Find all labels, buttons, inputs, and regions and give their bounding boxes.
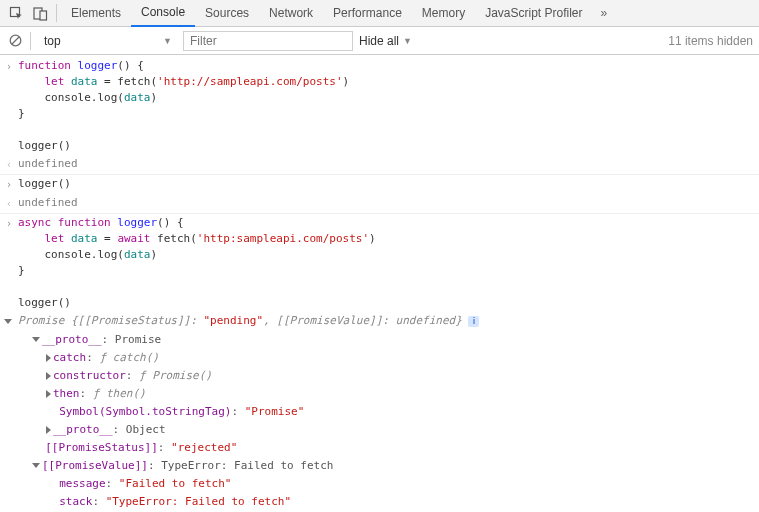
object-property: Symbol(Symbol.toStringTag): "Promise"	[18, 404, 759, 420]
expand-toggle[interactable]	[46, 426, 51, 434]
context-value: top	[44, 34, 61, 48]
chevron-down-icon: ▼	[163, 36, 172, 46]
code-line: async function logger() { let data = awa…	[18, 215, 759, 311]
return-marker-icon: ‹	[0, 195, 18, 212]
toggle-device-icon[interactable]	[28, 1, 52, 25]
expand-toggle[interactable]	[46, 390, 51, 398]
input-marker-icon: ›	[0, 176, 18, 193]
console-input-row: › async function logger() { let data = a…	[0, 214, 759, 312]
console-filter-bar: top ▼ Hide all ▼ 11 items hidden	[0, 27, 759, 55]
object-property-row: message: "Failed to fetch"	[0, 475, 759, 493]
console-return-row: ‹ undefined	[0, 155, 759, 175]
chevron-down-icon: ▼	[403, 36, 412, 46]
svg-line-4	[12, 37, 19, 44]
svg-rect-2	[40, 11, 47, 20]
object-property-row: catch: ƒ catch()	[0, 349, 759, 367]
tab-network[interactable]: Network	[259, 0, 323, 27]
tab-console[interactable]: Console	[131, 0, 195, 27]
object-property-row: __proto__: Object	[0, 421, 759, 439]
object-property[interactable]: [[PromiseValue]]: TypeError: Failed to f…	[18, 458, 759, 474]
tab-elements[interactable]: Elements	[61, 0, 131, 27]
code-line: function logger() { let data = fetch('ht…	[18, 58, 759, 154]
tab-memory[interactable]: Memory	[412, 0, 475, 27]
console-return-row: ‹ undefined	[0, 194, 759, 214]
context-selector[interactable]: top ▼	[37, 31, 177, 51]
expand-toggle[interactable]	[46, 354, 51, 362]
filterbar-divider	[30, 32, 31, 50]
expand-toggle[interactable]	[46, 372, 51, 380]
object-property-row: [[PromiseStatus]]: "rejected"	[0, 439, 759, 457]
tab-jsprofiler[interactable]: JavaScript Profiler	[475, 0, 592, 27]
object-property: [[PromiseStatus]]: "rejected"	[18, 440, 759, 456]
input-marker-icon: ›	[0, 215, 18, 232]
object-property-row: [[PromiseValue]]: TypeError: Failed to f…	[0, 457, 759, 475]
expand-toggle[interactable]	[0, 313, 18, 330]
return-value: undefined	[18, 156, 759, 172]
toolbar-divider	[56, 4, 57, 22]
object-property: stack: "TypeError: Failed to fetch"	[18, 494, 759, 510]
object-property[interactable]: catch: ƒ catch()	[18, 350, 759, 366]
filter-input[interactable]	[183, 31, 353, 51]
object-property-row: Symbol(Symbol.toStringTag): "Promise"	[0, 403, 759, 421]
object-property-row: stack: "TypeError: Failed to fetch"	[0, 493, 759, 511]
object-property[interactable]: __proto__: Object	[18, 422, 759, 438]
object-property[interactable]: __proto__: Promise	[18, 332, 759, 348]
console-output: › function logger() { let data = fetch('…	[0, 55, 759, 512]
console-input-row: › logger()	[0, 175, 759, 194]
console-log-row: Promise {[[PromiseStatus]]: "pending", […	[0, 312, 759, 331]
input-marker-icon: ›	[0, 58, 18, 75]
object-preview[interactable]: Promise {[[PromiseStatus]]: "pending", […	[18, 313, 759, 329]
return-value: undefined	[18, 195, 759, 211]
code-line: logger()	[18, 176, 759, 192]
expand-toggle[interactable]	[32, 337, 40, 342]
tab-sources[interactable]: Sources	[195, 0, 259, 27]
return-marker-icon: ‹	[0, 156, 18, 173]
log-level-selector[interactable]: Hide all ▼	[359, 34, 412, 48]
object-property-row: __proto__: Promise	[0, 331, 759, 349]
expand-toggle[interactable]	[32, 463, 40, 468]
tabs-overflow-icon[interactable]: »	[601, 6, 608, 20]
devtools-tabs: Elements Console Sources Network Perform…	[61, 0, 593, 27]
hidden-count: 11 items hidden	[668, 34, 753, 48]
object-property-row: then: ƒ then()	[0, 385, 759, 403]
clear-console-icon[interactable]	[6, 32, 24, 50]
object-property[interactable]: then: ƒ then()	[18, 386, 759, 402]
object-property: message: "Failed to fetch"	[18, 476, 759, 492]
object-property-row: constructor: ƒ Promise()	[0, 367, 759, 385]
log-level-value: Hide all	[359, 34, 399, 48]
tab-performance[interactable]: Performance	[323, 0, 412, 27]
devtools-toolbar: Elements Console Sources Network Perform…	[0, 0, 759, 27]
object-property[interactable]: constructor: ƒ Promise()	[18, 368, 759, 384]
console-input-row: › function logger() { let data = fetch('…	[0, 57, 759, 155]
inspect-element-icon[interactable]	[4, 1, 28, 25]
info-badge-icon[interactable]: i	[468, 316, 479, 327]
